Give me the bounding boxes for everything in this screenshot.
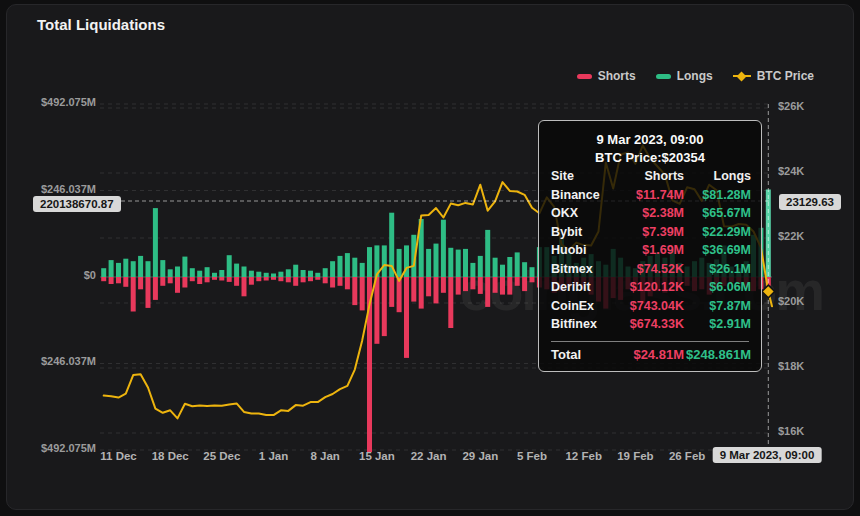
right-axis-label: $24K xyxy=(778,165,804,177)
x-axis-label: 18 Dec xyxy=(152,450,189,462)
tooltip-col-longs: Longs xyxy=(684,167,751,186)
tooltip-total-longs: $248.861M xyxy=(684,346,751,365)
tooltip-table-header: Site Shorts Longs xyxy=(551,167,749,186)
legend-item-shorts[interactable]: Shorts xyxy=(577,69,636,83)
crosshair-right-value-badge: 23129.63 xyxy=(779,194,841,210)
left-axis-label: $0 xyxy=(0,269,96,281)
longs-swatch-icon xyxy=(656,74,671,79)
price-point-marker xyxy=(762,285,775,298)
tooltip-longs-value: $7.87M xyxy=(684,297,751,316)
tooltip-site: Bitfinex xyxy=(551,315,613,334)
tooltip-shorts-value: $120.12K xyxy=(613,278,684,297)
tooltip-longs-value: $65.67M xyxy=(684,204,751,223)
x-axis-label: 25 Dec xyxy=(203,450,240,462)
tooltip-total-row: Total $24.81M $248.861M xyxy=(551,346,749,365)
tooltip-longs-value: $2.91M xyxy=(684,315,751,334)
tooltip-divider xyxy=(551,341,749,342)
btc-price-marker-icon xyxy=(733,75,751,77)
legend: Shorts Longs BTC Price xyxy=(577,69,814,83)
tooltip-total-shorts: $24.81M xyxy=(613,346,684,365)
tooltip-site: Bitmex xyxy=(551,260,613,279)
tooltip-longs-value: $36.69M xyxy=(684,241,751,260)
page-title: Total Liquidations xyxy=(37,16,165,33)
x-axis-label: 26 Feb xyxy=(669,450,705,462)
tooltip-total-label: Total xyxy=(551,346,613,365)
legend-item-longs[interactable]: Longs xyxy=(656,69,713,83)
tooltip-rows: Binance$11.74M$81.28MOKX$2.38M$65.67MByb… xyxy=(551,186,749,334)
tooltip-site: OKX xyxy=(551,204,613,223)
x-axis-label: 12 Feb xyxy=(565,450,601,462)
tooltip-shorts-value: $743.04K xyxy=(613,297,684,316)
tooltip-date: 9 Mar 2023, 09:00 xyxy=(551,131,749,149)
right-axis-label: $18K xyxy=(778,360,804,372)
tooltip-site: Binance xyxy=(551,186,613,205)
tooltip-site: Bybit xyxy=(551,223,613,242)
tooltip-btc-price: BTC Price:$20354 xyxy=(551,149,749,167)
x-axis-label: 19 Feb xyxy=(617,450,653,462)
x-axis-label: 11 Dec xyxy=(100,450,136,462)
x-axis-label: 29 Jan xyxy=(462,450,498,462)
tooltip-site: Deribit xyxy=(551,278,613,297)
right-axis-label: $26K xyxy=(778,100,804,112)
legend-label-longs: Longs xyxy=(677,69,713,83)
left-axis-label: $246.037M xyxy=(0,183,96,195)
legend-item-btc-price[interactable]: BTC Price xyxy=(733,69,814,83)
legend-label-btc-price: BTC Price xyxy=(757,69,814,83)
right-axis-label: $22K xyxy=(778,230,804,242)
tooltip-longs-value: $81.28M xyxy=(684,186,751,205)
right-axis-label: $16K xyxy=(778,425,804,437)
left-axis-label: $492.075M xyxy=(0,442,96,454)
left-axis-label: $492.075M xyxy=(0,96,96,108)
x-axis-label: 1 Jan xyxy=(259,450,288,462)
x-axis-label: 5 Feb xyxy=(517,450,547,462)
crosshair-date-badge: 9 Mar 2023, 09:00 xyxy=(713,447,822,463)
tooltip-col-site: Site xyxy=(551,167,613,186)
tooltip-shorts-value: $7.39M xyxy=(613,223,684,242)
tooltip-shorts-value: $2.38M xyxy=(613,204,684,223)
tooltip-shorts-value: $674.33K xyxy=(613,315,684,334)
tooltip-longs-value: $22.29M xyxy=(684,223,751,242)
x-axis-label: 22 Jan xyxy=(411,450,447,462)
tooltip-shorts-value: $11.74M xyxy=(613,186,684,205)
left-axis-label: $246.037M xyxy=(0,355,96,367)
tooltip-site: Huobi xyxy=(551,241,613,260)
legend-label-shorts: Shorts xyxy=(598,69,636,83)
crosshair-left-value-badge: 220138670.87 xyxy=(33,196,121,212)
x-axis-label: 8 Jan xyxy=(310,450,339,462)
tooltip-longs-value: $26.1M xyxy=(684,260,751,279)
shorts-swatch-icon xyxy=(577,74,592,79)
tooltip-longs-value: $6.06M xyxy=(684,278,751,297)
tooltip-col-shorts: Shorts xyxy=(613,167,684,186)
tooltip-shorts-value: $74.52K xyxy=(613,260,684,279)
x-axis-label: 15 Jan xyxy=(359,450,395,462)
tooltip-site: CoinEx xyxy=(551,297,613,316)
tooltip: 9 Mar 2023, 09:00 BTC Price:$20354 Site … xyxy=(538,120,762,372)
tooltip-shorts-value: $1.69M xyxy=(613,241,684,260)
right-axis-label: $20K xyxy=(778,295,804,307)
